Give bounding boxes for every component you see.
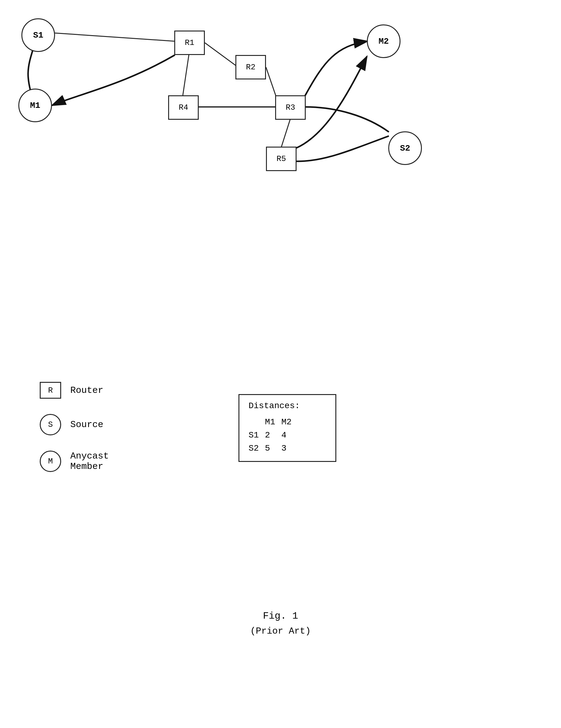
node-r4: R4 [168,95,199,120]
legend-router: R Router [40,382,109,399]
distances-s2-label: S2 [248,442,265,455]
svg-line-7 [281,119,291,147]
node-r5: R5 [266,147,297,171]
distances-row-s1: S1 2 4 [248,429,298,442]
svg-line-4 [183,54,189,95]
distances-s2-m1: 5 [265,442,282,455]
svg-line-2 [54,33,175,41]
svg-line-5 [266,67,276,96]
distances-s1-m2: 4 [281,429,298,442]
fig-label: Fig. 1 [0,610,561,622]
legend: R Router S Source M Anycast Member [40,382,109,487]
node-m2: M2 [367,24,401,58]
node-s1: S1 [21,18,55,52]
distances-row-s2: S2 5 3 [248,442,298,455]
legend-source: S Source [40,414,109,435]
distances-header-m2: M2 [281,415,298,429]
node-r1: R1 [174,31,205,55]
distances-table: Distances: M1 M2 S1 2 4 S2 5 3 [238,394,336,462]
legend-source-symbol: S [40,414,61,435]
legend-anycast-symbol: M [40,451,61,472]
figure-caption: Fig. 1 (Prior Art) [0,610,561,636]
node-r3: R3 [275,95,306,120]
legend-router-symbol: R [40,382,61,399]
distances-title: Distances: [248,401,326,411]
distances-header-m1: M1 [265,415,282,429]
legend-anycast: M Anycast Member [40,451,109,472]
diagram-area: S1 R1 R2 R4 R3 R5 M1 M2 S2 R Router [0,0,561,728]
distances-s1-m1: 2 [265,429,282,442]
node-m1: M1 [18,89,52,122]
distances-s1-label: S1 [248,429,265,442]
legend-anycast-label: Anycast Member [70,451,109,472]
network-diagram-svg [0,0,561,367]
distances-data-table: M1 M2 S1 2 4 S2 5 3 [248,415,298,455]
svg-line-3 [205,43,236,66]
fig-sub: (Prior Art) [0,626,561,636]
distances-header-row: M1 M2 [248,415,298,429]
node-s2: S2 [388,131,422,165]
distances-s2-m2: 3 [281,442,298,455]
legend-router-label: Router [70,385,103,396]
node-r2: R2 [235,55,266,79]
legend-source-label: Source [70,419,103,430]
distances-header-blank [248,415,265,429]
